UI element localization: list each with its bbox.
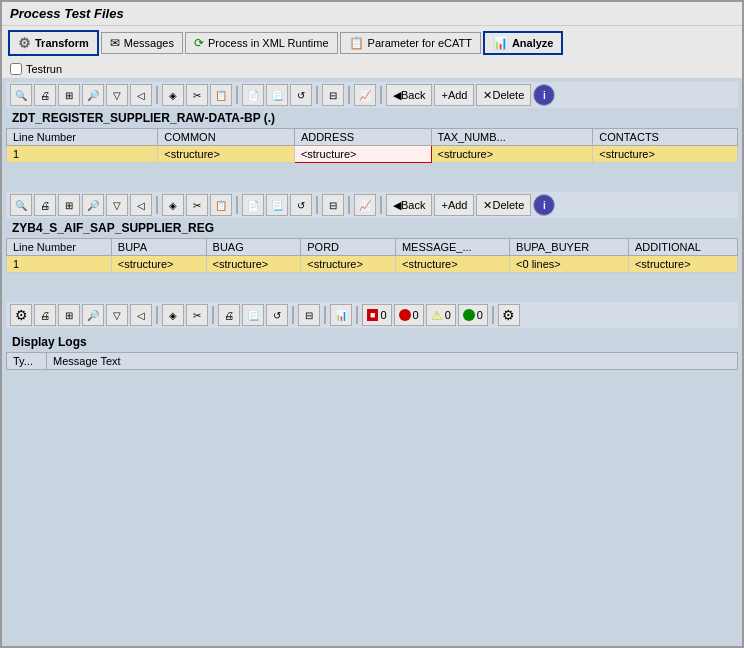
section1-table-container[interactable]: Line Number COMMON ADDRESS TAX_NUMB... C… bbox=[6, 128, 738, 188]
back-btn1[interactable]: ◀ Back bbox=[386, 84, 432, 106]
section1: 🔍 🖨 ⊞ 🔎 ▽ ◁ ◈ ✂ 📋 📄 📃 ↺ ⊟ 📈 bbox=[6, 82, 738, 188]
main-content: 🔍 🖨 ⊞ 🔎 ▽ ◁ ◈ ✂ 📋 📄 📃 ↺ ⊟ 📈 bbox=[2, 78, 742, 646]
cell-pord-1: <structure> bbox=[301, 256, 396, 273]
refresh-btn[interactable]: ↺ bbox=[290, 84, 312, 106]
testrun-checkbox[interactable] bbox=[10, 63, 22, 75]
yellow-status[interactable]: ⚠ 0 bbox=[426, 304, 456, 326]
section2-header-row: Line Number BUPA BUAG PORD MESSAGE_... B… bbox=[7, 239, 738, 256]
filter-btn[interactable]: ▽ bbox=[106, 84, 128, 106]
chart-btn3[interactable]: 📊 bbox=[330, 304, 352, 326]
process-xml-icon: ⟳ bbox=[194, 36, 204, 50]
info-btn2[interactable]: i bbox=[533, 194, 555, 216]
logs-table-container[interactable]: Ty... Message Text bbox=[6, 352, 738, 412]
green-count: 0 bbox=[477, 309, 483, 321]
col-tax-numb: TAX_NUMB... bbox=[431, 129, 593, 146]
stop-status[interactable]: ■ 0 bbox=[362, 304, 392, 326]
red-status[interactable]: 0 bbox=[394, 304, 424, 326]
search-btn[interactable]: 🔎 bbox=[82, 84, 104, 106]
delete-btn2[interactable]: ✕ Delete bbox=[476, 194, 531, 216]
cell-contacts-1: <structure> bbox=[593, 146, 738, 163]
delete-btn1[interactable]: ✕ Delete bbox=[476, 84, 531, 106]
section2-table-container[interactable]: Line Number BUPA BUAG PORD MESSAGE_... B… bbox=[6, 238, 738, 298]
cut-btn2[interactable]: ✂ bbox=[186, 194, 208, 216]
tab-messages-label: Messages bbox=[124, 37, 174, 49]
section1-row-1: 1 <structure> <structure> <structure> <s… bbox=[7, 146, 738, 163]
logs-header-row: Ty... Message Text bbox=[7, 353, 738, 370]
filter-btn3[interactable]: ▽ bbox=[106, 304, 128, 326]
print-btn4[interactable]: 🖨 bbox=[218, 304, 240, 326]
table-btn[interactable]: ⊟ bbox=[322, 84, 344, 106]
doc-btn2[interactable]: 📄 bbox=[242, 194, 264, 216]
grid-btn3[interactable]: ⊞ bbox=[58, 304, 80, 326]
toolbar2: 🔍 🖨 ⊞ 🔎 ▽ ◁ ◈ ✂ 📋 📄 📃 ↺ ⊟ 📈 bbox=[6, 192, 738, 218]
red-count: 0 bbox=[413, 309, 419, 321]
col-bupa-buyer: BUPA_BUYER bbox=[510, 239, 629, 256]
add-btn2[interactable]: + Add bbox=[434, 194, 474, 216]
settings-btn[interactable]: ⚙ bbox=[10, 304, 32, 326]
filter3-btn[interactable]: ◁ bbox=[130, 304, 152, 326]
chart-btn[interactable]: 📈 bbox=[354, 84, 376, 106]
grid-btn[interactable]: ⊞ bbox=[58, 84, 80, 106]
tab-process-xml[interactable]: ⟳ Process in XML Runtime bbox=[185, 32, 338, 54]
extra-btn[interactable]: ⚙ bbox=[498, 304, 520, 326]
print-btn2[interactable]: 🖨 bbox=[34, 194, 56, 216]
tab-analyze[interactable]: 📊 Analyze bbox=[483, 31, 564, 55]
back-icon2: ◀ bbox=[393, 199, 401, 212]
refresh-btn3[interactable]: ↺ bbox=[266, 304, 288, 326]
col-line-number-1: Line Number bbox=[7, 129, 158, 146]
filter2-btn2[interactable]: ◁ bbox=[130, 194, 152, 216]
doc-btn[interactable]: 📄 bbox=[242, 84, 264, 106]
table-btn2[interactable]: ⊟ bbox=[322, 194, 344, 216]
search-btn3[interactable]: 🔎 bbox=[82, 304, 104, 326]
sep14 bbox=[324, 306, 326, 324]
refresh-btn2[interactable]: ↺ bbox=[290, 194, 312, 216]
cell-message-1: <structure> bbox=[395, 256, 509, 273]
tab-transform-label: Transform bbox=[35, 37, 89, 49]
testrun-label: Testrun bbox=[26, 63, 62, 75]
back-icon1: ◀ bbox=[393, 89, 401, 102]
nav-btn2[interactable]: ◈ bbox=[162, 194, 184, 216]
sep15 bbox=[356, 306, 358, 324]
print-btn[interactable]: 🖨 bbox=[34, 84, 56, 106]
sep6 bbox=[156, 196, 158, 214]
cell-buag-1: <structure> bbox=[206, 256, 301, 273]
tabs-bar: ⚙ Transform ✉ Messages ⟳ Process in XML … bbox=[2, 26, 742, 60]
doc2-btn2[interactable]: 📃 bbox=[266, 194, 288, 216]
filter2-btn[interactable]: ◁ bbox=[130, 84, 152, 106]
col-buag: BUAG bbox=[206, 239, 301, 256]
table-btn3[interactable]: ⊟ bbox=[298, 304, 320, 326]
warning-icon: ⚠ bbox=[431, 308, 443, 323]
add-btn1[interactable]: + Add bbox=[434, 84, 474, 106]
nav-btn3[interactable]: ◈ bbox=[162, 304, 184, 326]
tab-parameter-ecatt[interactable]: 📋 Parameter for eCATT bbox=[340, 32, 481, 54]
cut-btn3[interactable]: ✂ bbox=[186, 304, 208, 326]
status-toolbar: ⚙ 🖨 ⊞ 🔎 ▽ ◁ ◈ ✂ 🖨 📃 ↺ ⊟ 📊 ■ 0 0 bbox=[6, 302, 738, 328]
back-btn2[interactable]: ◀ Back bbox=[386, 194, 432, 216]
chart-btn2[interactable]: 📈 bbox=[354, 194, 376, 216]
paste-btn2[interactable]: 📋 bbox=[210, 194, 232, 216]
sep16 bbox=[492, 306, 494, 324]
col-contacts: CONTACTS bbox=[593, 129, 738, 146]
cut-btn[interactable]: ✂ bbox=[186, 84, 208, 106]
toolbar1: 🔍 🖨 ⊞ 🔎 ▽ ◁ ◈ ✂ 📋 📄 📃 ↺ ⊟ 📈 bbox=[6, 82, 738, 108]
doc2-btn[interactable]: 📃 bbox=[266, 84, 288, 106]
search-btn2[interactable]: 🔎 bbox=[82, 194, 104, 216]
section1-header-row: Line Number COMMON ADDRESS TAX_NUMB... C… bbox=[7, 129, 738, 146]
info-btn1[interactable]: i bbox=[533, 84, 555, 106]
green-status[interactable]: 0 bbox=[458, 304, 488, 326]
print-btn3[interactable]: 🖨 bbox=[34, 304, 56, 326]
tab-messages[interactable]: ✉ Messages bbox=[101, 32, 183, 54]
logs-table: Ty... Message Text bbox=[6, 352, 738, 370]
col-line-number-2: Line Number bbox=[7, 239, 112, 256]
tab-transform[interactable]: ⚙ Transform bbox=[8, 30, 99, 56]
filter-btn2[interactable]: ▽ bbox=[106, 194, 128, 216]
nav-btn[interactable]: ◈ bbox=[162, 84, 184, 106]
grid-btn2[interactable]: ⊞ bbox=[58, 194, 80, 216]
main-window: Process Test Files ⚙ Transform ✉ Message… bbox=[0, 0, 744, 648]
doc-btn3[interactable]: 📃 bbox=[242, 304, 264, 326]
tab-analyze-label: Analyze bbox=[512, 37, 554, 49]
tab-parameter-ecatt-label: Parameter for eCATT bbox=[368, 37, 472, 49]
zoom-btn[interactable]: 🔍 bbox=[10, 84, 32, 106]
zoom-btn2[interactable]: 🔍 bbox=[10, 194, 32, 216]
paste-btn[interactable]: 📋 bbox=[210, 84, 232, 106]
